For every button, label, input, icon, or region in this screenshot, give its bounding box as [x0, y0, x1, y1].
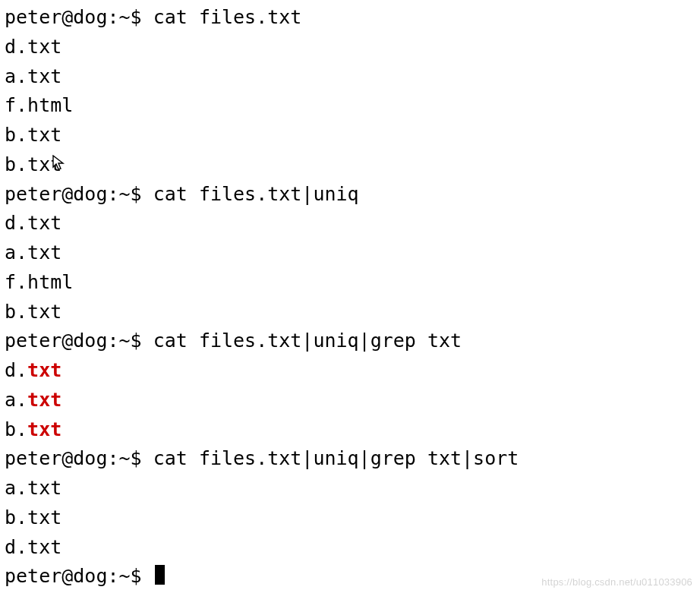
output-line: d.txt — [5, 33, 695, 62]
grep-match: txt — [27, 389, 61, 411]
output-line: a.txt — [5, 238, 695, 268]
output-line: b.txt — [5, 150, 695, 180]
prompt: peter@dog:~$ — [5, 565, 153, 587]
grep-match: txt — [27, 359, 61, 381]
prompt: peter@dog:~$ — [5, 447, 153, 469]
prompt-line: peter@dog:~$ cat files.txt — [5, 3, 695, 33]
output-line: b.txt — [5, 503, 695, 533]
command-text: cat files.txt|uniq|grep txt|sort — [153, 447, 519, 469]
command-text: cat files.txt — [153, 6, 302, 28]
command-text: cat files.txt|uniq|grep txt — [153, 330, 462, 352]
grep-prefix: b. — [5, 418, 27, 440]
block-cursor-icon — [155, 565, 166, 585]
output-line: d.txt — [5, 209, 695, 238]
output-line: a.txt — [5, 62, 695, 92]
prompt: peter@dog:~$ — [5, 330, 153, 352]
prompt: peter@dog:~$ — [5, 183, 153, 205]
output-line: a.txt — [5, 474, 695, 503]
output-line: f.html — [5, 91, 695, 121]
prompt: peter@dog:~$ — [5, 6, 153, 28]
output-line: a.txt — [5, 386, 695, 415]
output-line: b.txt — [5, 121, 695, 150]
output-line: b.txt — [5, 415, 695, 445]
prompt-line: peter@dog:~$ cat files.txt|uniq|grep txt… — [5, 444, 695, 474]
output-line: d.txt — [5, 533, 695, 563]
prompt-line: peter@dog:~$ cat files.txt|uniq|grep txt — [5, 327, 695, 356]
output-line: f.html — [5, 268, 695, 298]
command-text: cat files.txt|uniq — [153, 183, 359, 205]
output-line: b.txt — [5, 298, 695, 327]
terminal-output[interactable]: peter@dog:~$ cat files.txtd.txta.txtf.ht… — [5, 3, 695, 591]
prompt-line[interactable]: peter@dog:~$ — [5, 562, 695, 591]
grep-prefix: a. — [5, 389, 27, 411]
prompt-line: peter@dog:~$ cat files.txt|uniq — [5, 180, 695, 210]
output-line: d.txt — [5, 356, 695, 386]
grep-match: txt — [27, 418, 61, 440]
grep-prefix: d. — [5, 359, 27, 381]
